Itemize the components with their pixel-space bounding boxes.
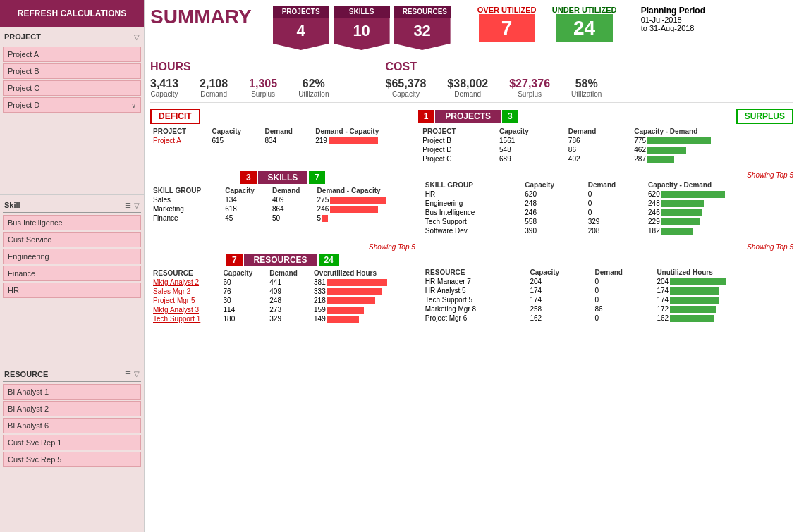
ro-ma2-cap: 60 — [221, 278, 267, 287]
ro-ma3[interactable]: Mktg Analyst 3 — [150, 305, 221, 314]
ru-col-res: RESOURCE — [422, 268, 527, 277]
ru-mm8-diff: 172 — [654, 304, 793, 314]
skills-surplus-section: Showing Top 5 SKILL GROUP Capacity Deman… — [422, 171, 793, 235]
sks-sd-cap: 390 — [522, 226, 585, 235]
ro-ma2[interactable]: Mktg Analyst 2 — [150, 278, 221, 287]
resource-section-title: RESOURCE — [4, 370, 48, 378]
resource-funnel-icon[interactable]: ▽ — [134, 370, 140, 378]
cost-capacity-value: $65,378 — [386, 78, 427, 90]
project-item-b[interactable]: Project B — [3, 63, 141, 79]
hours-demand: 2,108 Demand — [200, 78, 228, 98]
surplus-cap-b: 1561 — [496, 136, 566, 145]
over-utilized-label: OVER UTILIZED — [477, 6, 537, 14]
resources-over-section: Showing Top 5 7 RESOURCES 24 RESOURCE Ca… — [150, 243, 415, 323]
resource-item-bi2[interactable]: BI Analyst 2 — [3, 401, 141, 416]
cost-demand-value: $38,002 — [447, 78, 488, 90]
ru-ts5-cap: 174 — [527, 295, 592, 304]
cost-demand: $38,002 Demand — [447, 78, 488, 98]
skill-item-bi[interactable]: Bus Intelligence — [3, 215, 141, 230]
sk-col-diff: Demand - Capacity — [315, 186, 415, 195]
resources-badge: RESOURCES 32 — [394, 6, 451, 50]
project-item-d[interactable]: Project D∨ — [3, 97, 141, 113]
project-section-title: PROJECT — [4, 32, 41, 41]
sk-mkt: Marketing — [150, 204, 222, 214]
skill-section-icons: ☰ ▽ — [125, 202, 140, 209]
resources-showing-top-under: Showing Top 5 — [747, 243, 793, 251]
skill-item-hr[interactable]: HR — [3, 283, 141, 298]
resource-section: RESOURCE ☰ ▽ BI Analyst 1 BI Analyst 2 B… — [0, 364, 144, 532]
table-row: Project C 689 402 287 — [420, 154, 793, 163]
hours-section: HOURS 3,413 Capacity 2,108 Demand 1,305 … — [150, 61, 329, 98]
table-row: Marketing 618 864 246 — [150, 204, 415, 214]
resource-item-bi1[interactable]: BI Analyst 1 — [3, 384, 141, 400]
ru-ha5-cap: 174 — [527, 286, 592, 295]
hours-util-value: 62% — [303, 78, 325, 90]
resource-item-cs1[interactable]: Cust Svc Rep 1 — [3, 435, 141, 450]
skill-filter-icon[interactable]: ☰ — [125, 202, 131, 209]
surplus-proj-d: Project D — [420, 145, 496, 154]
page-title: SUMMARY — [150, 6, 252, 28]
surplus-proj-b: Project B — [420, 136, 496, 145]
refresh-button[interactable]: REFRESH CALCULATIONS — [0, 0, 144, 27]
ru-mm8-dem: 86 — [592, 304, 654, 314]
surplus-diff-c: 287 — [631, 154, 793, 163]
deficit-capacity: 615 — [209, 136, 262, 145]
ro-sm2-diff: 333 — [311, 287, 415, 296]
project-section-header: PROJECT ☰ ▽ — [3, 30, 141, 44]
ro-ts1[interactable]: Tech Support 1 — [150, 314, 221, 323]
project-item-c[interactable]: Project C — [3, 80, 141, 96]
surplus-diff-d: 462 — [631, 145, 793, 154]
table-row: Project B 1561 786 775 — [420, 136, 793, 145]
ro-pm5[interactable]: Project Mgr 5 — [150, 296, 221, 305]
ro-sm2[interactable]: Sales Mgr 2 — [150, 287, 221, 296]
skill-item-eng[interactable]: Engineering — [3, 249, 141, 264]
skill-funnel-icon[interactable]: ▽ — [134, 202, 140, 209]
sk-sales-dem: 409 — [269, 195, 315, 204]
table-row: HR 620 0 620 — [422, 190, 793, 199]
ru-pm6-cap: 162 — [527, 314, 592, 323]
resource-item-cs5[interactable]: Cust Svc Rep 5 — [3, 452, 141, 467]
sk-sales-cap: 134 — [222, 195, 269, 204]
sks-col-dem: Demand — [585, 180, 645, 190]
table-row: Sales 134 409 275 — [150, 195, 415, 204]
hours-demand-value: 2,108 — [200, 78, 228, 90]
planning-period-from: 01-Jul-2018 — [641, 16, 705, 24]
ro-ts1-cap: 180 — [221, 314, 267, 323]
table-row: HR Manager 7 204 0 204 — [422, 277, 793, 286]
skill-item-fin[interactable]: Finance — [3, 266, 141, 281]
over-utilized-value: 7 — [479, 14, 535, 42]
filter-icon[interactable]: ☰ — [125, 33, 131, 41]
sk-mkt-cap: 618 — [222, 204, 269, 214]
funnel-icon[interactable]: ▽ — [134, 33, 140, 41]
resources-badge-label: RESOURCES — [394, 6, 451, 18]
table-row: Tech Support 558 329 229 — [422, 217, 793, 226]
resource-section-header: RESOURCE ☰ ▽ — [3, 367, 141, 382]
ro-ma3-dem: 273 — [267, 305, 311, 314]
skill-item-cs[interactable]: Cust Service — [3, 232, 141, 247]
hours-util: 62% Utilization — [298, 78, 329, 98]
cost-capacity-label: Capacity — [392, 90, 420, 98]
project-item-a[interactable]: Project A — [3, 47, 141, 62]
skill-list: Bus Intelligence Cust Service Engineerin… — [3, 215, 141, 299]
ru-pm6-diff: 162 — [654, 314, 793, 323]
sk-sales-diff: 275 — [315, 195, 415, 204]
ro-ma3-cap: 114 — [221, 305, 267, 314]
skill-section-title: Skill — [4, 201, 20, 209]
deficit-diff: 219 — [312, 136, 417, 145]
surplus-diff-b: 775 — [631, 136, 793, 145]
sks-sd-dem: 208 — [585, 226, 645, 235]
ru-mm8: Marketing Mgr 8 — [422, 304, 527, 314]
sks-ts-cap: 558 — [522, 217, 585, 226]
table-row: Mktg Analyst 2 60 441 381 — [150, 278, 415, 287]
table-row: Marketing Mgr 8 258 86 172 — [422, 304, 793, 314]
sidebar: REFRESH CALCULATIONS PROJECT ☰ ▽ Project… — [0, 0, 145, 532]
resource-filter-icon[interactable]: ☰ — [125, 370, 131, 378]
deficit-project-name[interactable]: Project A — [150, 136, 209, 145]
projects-table-row: DEFICIT 1 PROJECTS 3 SURPLUS — [150, 109, 793, 163]
sks-ts-diff: 229 — [645, 217, 793, 226]
surplus-projects-table: PROJECT Capacity Demand Capacity - Deman… — [420, 127, 793, 163]
sk-mkt-dem: 864 — [269, 204, 315, 214]
resource-item-bi6[interactable]: BI Analyst 6 — [3, 418, 141, 433]
ru-mm8-cap: 258 — [527, 304, 592, 314]
sks-hr: HR — [422, 190, 522, 199]
